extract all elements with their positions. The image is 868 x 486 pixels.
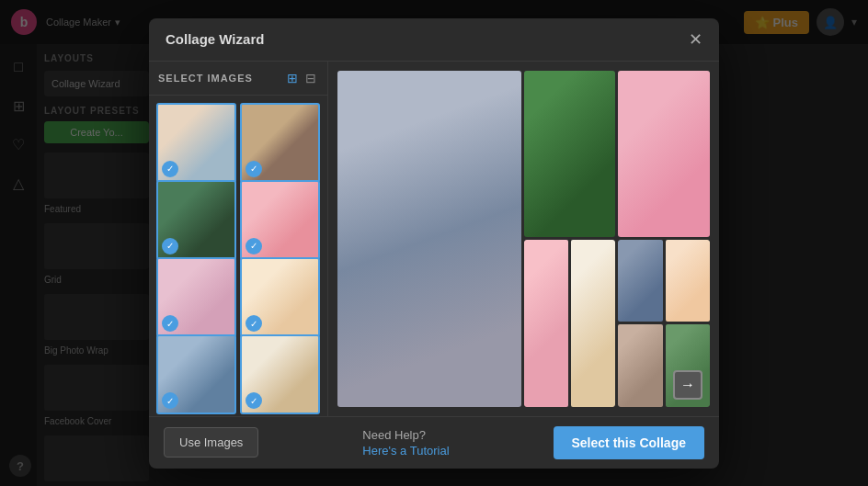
check-badge: ✓ bbox=[162, 161, 178, 177]
collage-wizard-modal: Collage Wizard ✕ SELECT IMAGES ⊞ ⊟ bbox=[149, 18, 719, 469]
help-title: Need Help? bbox=[362, 428, 449, 442]
check-badge: ✓ bbox=[246, 315, 262, 332]
image-panel-header: SELECT IMAGES ⊞ ⊟ bbox=[149, 62, 327, 96]
collage-sub-cell bbox=[571, 240, 615, 407]
image-grid: ✓ ✓ ✓ ✓ bbox=[149, 96, 327, 416]
collage-sub-cell bbox=[666, 240, 710, 322]
image-panel: SELECT IMAGES ⊞ ⊟ ✓ ✓ bbox=[149, 62, 328, 416]
modal-backdrop: Collage Wizard ✕ SELECT IMAGES ⊞ ⊟ bbox=[0, 0, 868, 486]
modal-footer: Use Images Need Help? Here's a Tutorial … bbox=[149, 416, 719, 469]
image-thumb[interactable]: ✓ bbox=[156, 180, 236, 260]
modal-close-button[interactable]: ✕ bbox=[689, 31, 702, 48]
check-badge: ✓ bbox=[246, 161, 262, 177]
use-images-button[interactable]: Use Images bbox=[164, 427, 258, 458]
image-thumb[interactable]: ✓ bbox=[240, 257, 320, 337]
image-thumb[interactable]: ✓ bbox=[156, 334, 236, 414]
collage-cell bbox=[524, 71, 616, 238]
check-badge: ✓ bbox=[162, 315, 178, 332]
view-toggle: ⊞ ⊟ bbox=[285, 69, 318, 87]
tutorial-link[interactable]: Here's a Tutorial bbox=[362, 444, 449, 458]
view-list-button[interactable]: ⊟ bbox=[303, 69, 318, 87]
select-images-label: SELECT IMAGES bbox=[158, 73, 253, 84]
collage-grid bbox=[337, 71, 710, 407]
image-thumb[interactable]: ✓ bbox=[240, 180, 320, 260]
next-collage-button[interactable]: → bbox=[673, 370, 702, 400]
collage-cell bbox=[618, 71, 710, 238]
check-badge: ✓ bbox=[246, 238, 262, 254]
image-thumb[interactable]: ✓ bbox=[240, 334, 320, 414]
collage-sub-cell bbox=[524, 240, 568, 407]
collage-cell-group bbox=[524, 240, 616, 407]
check-badge: ✓ bbox=[162, 238, 178, 254]
modal-header: Collage Wizard ✕ bbox=[149, 18, 719, 62]
image-thumb[interactable]: ✓ bbox=[240, 103, 320, 183]
modal-body: SELECT IMAGES ⊞ ⊟ ✓ ✓ bbox=[149, 62, 719, 416]
help-section: Need Help? Here's a Tutorial bbox=[362, 428, 449, 458]
image-thumb[interactable]: ✓ bbox=[156, 103, 236, 183]
collage-sub-cell bbox=[618, 240, 662, 322]
modal-title: Collage Wizard bbox=[166, 31, 264, 47]
collage-sub-cell bbox=[618, 324, 662, 406]
select-collage-button[interactable]: Select this Collage bbox=[554, 426, 704, 459]
image-thumb[interactable]: ✓ bbox=[156, 257, 236, 337]
collage-preview: → bbox=[328, 62, 719, 416]
view-grid-button[interactable]: ⊞ bbox=[285, 69, 300, 87]
collage-cell-large bbox=[337, 71, 521, 407]
